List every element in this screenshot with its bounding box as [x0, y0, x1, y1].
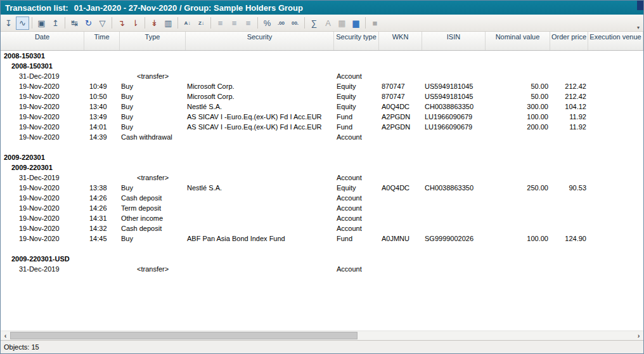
transaction-row[interactable]: 19-Nov-202014:31Other incomeAccount	[1, 213, 643, 223]
cell-wkn: A0Q4DC	[379, 102, 422, 112]
cell-sectype: Account	[334, 223, 379, 233]
align-left-icon[interactable]: ≡	[214, 16, 227, 30]
cell-isin: SG9999002026	[422, 233, 486, 244]
cell-sectype: Fund	[334, 122, 379, 132]
transaction-row[interactable]: 19-Nov-202013:49BuyAS SICAV I -Euro.Eq.(…	[1, 112, 643, 122]
column-header-sectype[interactable]: Security type	[334, 32, 379, 50]
column-header-price[interactable]: Order price	[550, 32, 588, 50]
font-icon[interactable]: A	[321, 16, 335, 30]
transaction-row[interactable]: 19-Nov-202014:01BuyAS SICAV I -Euro.Eq.(…	[1, 122, 643, 132]
transaction-row[interactable]: 19-Nov-202014:26Cash depositAccount	[1, 193, 643, 203]
decimals-increase-icon[interactable]: .00	[274, 16, 288, 30]
column-header-time[interactable]: Time	[84, 32, 120, 50]
cell-wkn: A2PGDN	[379, 112, 422, 122]
cell-security	[186, 193, 334, 203]
align-right-icon[interactable]: ≡	[242, 16, 255, 30]
transaction-row[interactable]: 31-Dec-2019<transfer>Account	[1, 173, 643, 183]
refresh-icon[interactable]: ↻	[82, 16, 95, 30]
chart-view-icon[interactable]: ∿	[16, 16, 29, 30]
stop-icon[interactable]: ■	[368, 16, 382, 30]
column-header-date[interactable]: Date	[1, 32, 84, 50]
cell-wkn: 870747	[379, 91, 422, 102]
filter-icon[interactable]: ▽	[96, 16, 109, 30]
toolbar-separator	[257, 17, 258, 29]
transaction-row[interactable]: 31-Dec-2019<transfer>Account	[1, 71, 643, 81]
cell-wkn	[379, 203, 422, 213]
transaction-row[interactable]: 19-Nov-202010:50BuyMicrosoft Corp.Equity…	[1, 91, 643, 102]
group-row[interactable]: 2008-150301	[1, 51, 643, 61]
export-list-icon[interactable]: ↧	[2, 16, 15, 30]
decimals-decrease-icon[interactable]: 00.	[288, 16, 302, 30]
cell-price	[550, 203, 588, 213]
objects-count: Objects: 15	[4, 343, 39, 351]
transaction-row[interactable]: 19-Nov-202013:38BuyNestlé S.A.EquityA0Q4…	[1, 183, 643, 193]
group-row[interactable]: 2009-220301	[1, 152, 643, 162]
cell-venue	[588, 193, 643, 203]
fit-columns-icon[interactable]: ↹	[68, 16, 81, 30]
align-center-icon[interactable]: ≡	[228, 16, 241, 30]
cell-isin	[422, 213, 486, 223]
scroll-track[interactable]	[10, 331, 634, 340]
scroll-left-arrow-icon[interactable]: ‹	[1, 331, 10, 340]
cell-nominal: 50.00	[486, 91, 550, 102]
group-row[interactable]: 2009-220301-USD	[1, 254, 643, 264]
toolbar-overflow-button[interactable]: ▾	[635, 25, 641, 30]
cell-security: Nestlé S.A.	[186, 102, 334, 112]
cell-type: <transfer>	[120, 71, 186, 81]
cell-date: 19-Nov-2020	[1, 102, 84, 112]
cell-nominal	[486, 132, 550, 142]
cell-date: 19-Nov-2020	[1, 183, 84, 193]
cell-venue	[588, 264, 643, 274]
column-chart-icon[interactable]: ▆	[349, 16, 363, 30]
scroll-right-arrow-icon[interactable]: ›	[634, 331, 643, 340]
cell-time: 13:40	[84, 102, 120, 112]
cell-venue	[588, 102, 643, 112]
column-header-type[interactable]: Type	[120, 32, 186, 50]
copy-icon[interactable]: ▣	[35, 16, 48, 30]
histogram-icon[interactable]: ▥	[162, 16, 175, 30]
transaction-row[interactable]: 19-Nov-202010:49BuyMicrosoft Corp.Equity…	[1, 81, 643, 91]
title-bar[interactable]: Transaction list: 01-Jan-2020 - 27-Nov-2…	[1, 1, 643, 15]
cell-date: 31-Dec-2019	[1, 264, 84, 274]
goto-row-icon[interactable]: ⇂	[129, 16, 142, 30]
horizontal-scrollbar[interactable]: ‹ ›	[1, 331, 643, 340]
sort-ascending-icon[interactable]: A↓	[181, 16, 194, 30]
sort-descending-icon[interactable]: Z↓	[195, 16, 208, 30]
group-row[interactable]: 2009-220301	[1, 162, 643, 173]
group-label: 2009-220301-USD	[1, 255, 70, 263]
open-window-icon[interactable]: ↥	[49, 16, 62, 30]
cell-price	[550, 173, 588, 183]
goto-last-icon[interactable]: ↴	[115, 16, 128, 30]
cell-sectype: Fund	[334, 233, 379, 244]
sum-icon[interactable]: ∑	[307, 16, 321, 30]
transaction-row[interactable]: 19-Nov-202014:26Term depositAccount	[1, 203, 643, 213]
cell-type: Cash withdrawal	[120, 132, 186, 142]
cell-venue	[588, 203, 643, 213]
cell-venue	[588, 122, 643, 132]
cell-time: 13:49	[84, 112, 120, 122]
column-header-nominal[interactable]: Nominal value	[486, 32, 550, 50]
column-header-isin[interactable]: ISIN	[422, 32, 486, 50]
cell-venue	[588, 81, 643, 91]
transaction-row[interactable]: 19-Nov-202014:32Cash depositAccount	[1, 223, 643, 233]
cell-wkn: 870747	[379, 81, 422, 91]
transaction-row[interactable]: 19-Nov-202013:40BuyNestlé S.A.EquityA0Q4…	[1, 102, 643, 112]
transaction-row[interactable]: 19-Nov-202014:39Cash withdrawalAccount	[1, 132, 643, 142]
cell-date: 19-Nov-2020	[1, 233, 84, 244]
column-header-venue[interactable]: Execution venue	[588, 32, 643, 50]
column-header-wkn[interactable]: WKN	[379, 32, 422, 50]
scroll-thumb[interactable]	[10, 332, 357, 339]
transaction-row[interactable]: 19-Nov-202014:45BuyABF Pan Asia Bond Ind…	[1, 233, 643, 244]
cell-wkn: A0JMNU	[379, 233, 422, 244]
download-icon[interactable]: ↡	[148, 16, 161, 30]
cell-date: 19-Nov-2020	[1, 91, 84, 102]
cell-time: 14:45	[84, 233, 120, 244]
percent-icon[interactable]: %	[261, 16, 274, 30]
column-header-security[interactable]: Security	[186, 32, 334, 50]
group-row[interactable]: 2008-150301	[1, 61, 643, 71]
cell-sectype: Account	[334, 71, 379, 81]
transaction-row[interactable]: 31-Dec-2019<transfer>Account	[1, 264, 643, 274]
table-icon[interactable]: ▦	[335, 16, 349, 30]
cell-security: AS SICAV I -Euro.Eq.(ex-UK) Fd I Acc.EUR	[186, 112, 334, 122]
cell-isin: US5949181045	[422, 81, 486, 91]
